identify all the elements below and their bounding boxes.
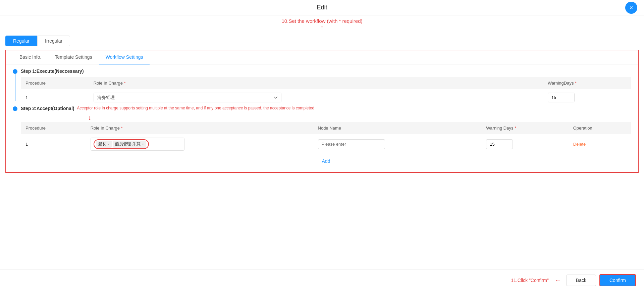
tag-remove-chuanzhang[interactable]: × (108, 142, 110, 146)
bottom-bar: 11.Click "Confirm" ← Back Confirm (0, 269, 644, 291)
back-button[interactable]: Back (566, 275, 596, 286)
page-container: Edit × 10.Set the workflow (with * requi… (0, 0, 644, 291)
tag-remove-chuanyuanguanli[interactable]: × (142, 142, 144, 146)
step1-role-select[interactable]: 海务经理 (94, 93, 281, 102)
step2-tag-input[interactable]: 船长 × 船员管理-朱慧 × (91, 138, 184, 151)
bottom-arrow-icon: ← (555, 277, 561, 284)
tag-label: 船长 (98, 141, 106, 147)
step2-procedure-num: 1 (21, 134, 86, 154)
step2-row: 1 船长 × (21, 134, 631, 154)
step2-node-input[interactable] (318, 139, 385, 149)
step2-table: Procedure Role In Charge * Node Name War… (21, 122, 631, 154)
step1-col-procedure: Procedure (21, 77, 89, 89)
step1-col-role: Role In Charge * (89, 77, 543, 89)
step1-role-required: * (124, 81, 126, 86)
step1-content: Step 1:Execute(Neccessary) Procedure Rol… (21, 68, 631, 106)
step1-warning-required: * (575, 81, 577, 86)
step2-col-operation: Operation (569, 122, 631, 134)
step2-role-cell: 船长 × 船员管理-朱慧 × (86, 134, 313, 154)
step2-arrow-icon: ↓ (88, 114, 91, 121)
step2-col-procedure: Procedure (21, 122, 86, 134)
tab-basic-info[interactable]: Basic Info. (13, 50, 48, 64)
tag-highlight: 船长 × 船员管理-朱慧 × (94, 139, 149, 149)
delete-button[interactable]: Delete (573, 142, 586, 147)
step2-annotation-text: Acceptor role in charge supports setting… (77, 106, 631, 110)
step2-table-header-row: Procedure Role In Charge * Node Name War… (21, 122, 631, 134)
step1-table-header-row: Procedure Role In Charge * WarningDays * (21, 77, 631, 89)
step1-wrapper: Step 1:Execute(Neccessary) Procedure Rol… (13, 68, 631, 106)
step2-dot (13, 106, 17, 111)
step1-dot (13, 69, 17, 74)
step2-arrow-area: ↓ (88, 114, 631, 122)
tag-chuanyuanguanli: 船员管理-朱慧 × (113, 141, 146, 148)
tag-chuanzhang: 船长 × (96, 141, 112, 148)
step2-warning-cell (481, 134, 568, 154)
step1-header: Step 1:Execute(Neccessary) (21, 68, 631, 74)
step2-operation-cell: Delete (569, 134, 631, 154)
step2-warning-required: * (515, 126, 516, 131)
annotation-text: 10.Set the workflow (with * required) (282, 18, 363, 24)
tab-regular[interactable]: Regular (5, 36, 37, 46)
step2-col-node: Node Name (313, 122, 482, 134)
tabs-row: Regular Irregular (0, 33, 644, 46)
page-title: Edit (317, 4, 327, 11)
header: Edit × (0, 0, 644, 15)
step2-annotation: Step 2:Accept(Optional) Acceptor role in… (21, 106, 631, 111)
step1-warning-cell (543, 89, 631, 106)
add-link[interactable]: Add (322, 158, 330, 164)
step2-node-cell (313, 134, 482, 154)
step1-warning-input[interactable] (548, 93, 575, 102)
step1-col-warning: WarningDays * (543, 77, 631, 89)
tab-workflow-settings[interactable]: Workflow Settings (99, 50, 150, 64)
step1-line (15, 74, 15, 101)
tab-irregular[interactable]: Irregular (37, 36, 70, 46)
step2-section: Step 2:Accept(Optional) Acceptor role in… (6, 106, 638, 172)
confirm-button[interactable]: Confirm (599, 274, 636, 286)
tag-label-2: 船员管理-朱慧 (115, 141, 141, 147)
step2-col-role: Role In Charge * (86, 122, 313, 134)
top-annotation: 10.Set the workflow (with * required) ↑ (0, 15, 644, 33)
step1-row: 1 海务经理 (21, 89, 631, 106)
step1-left-line (13, 68, 17, 101)
step1-title: Step 1:Execute(Neccessary) (21, 68, 84, 74)
main-card: Basic Info. Template Settings Workflow S… (5, 50, 639, 173)
tab-template-settings[interactable]: Template Settings (48, 50, 99, 64)
add-row: Add (21, 154, 631, 168)
step2-col-warning: Warning Days * (481, 122, 568, 134)
step1-procedure-num: 1 (21, 89, 89, 106)
arrow-up-icon: ↑ (0, 24, 644, 32)
step2-role-required: * (121, 126, 123, 131)
step2-warning-input[interactable] (486, 139, 513, 149)
inner-tabs: Basic Info. Template Settings Workflow S… (6, 50, 638, 64)
step2-content: Step 2:Accept(Optional) Acceptor role in… (21, 106, 631, 168)
step2-left-line (13, 106, 17, 111)
bottom-annotation: 11.Click "Confirm" (511, 278, 549, 283)
step1-section: Step 1:Execute(Neccessary) Procedure Rol… (6, 64, 638, 106)
close-button[interactable]: × (625, 2, 637, 14)
step1-role-cell: 海务经理 (89, 89, 543, 106)
step2-wrapper: Step 2:Accept(Optional) Acceptor role in… (13, 106, 631, 168)
step2-title: Step 2:Accept(Optional) (21, 106, 74, 111)
step1-table: Procedure Role In Charge * WarningDays * (21, 77, 631, 106)
